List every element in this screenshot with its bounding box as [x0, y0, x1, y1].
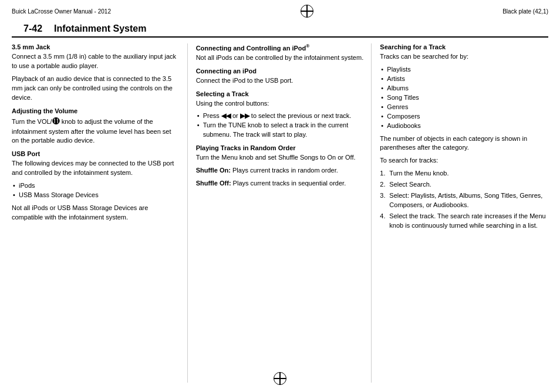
col3-step-3: Select: Playlists, Artists, Albums, Song…: [380, 191, 548, 210]
column-3: Searching for a Track Tracks can be sear…: [372, 43, 548, 383]
col2-bullet-item-2: Turn the TUNE knob to select a track in …: [196, 121, 365, 140]
col1-heading3: USB Port: [12, 150, 180, 157]
col1-para4: The following devices may be connected t…: [12, 159, 180, 178]
col1-heading1: 3.5 mm Jack: [12, 43, 180, 50]
col1-heading2: Adjusting the Volume: [12, 107, 180, 114]
col3-heading1: Searching for a Track: [380, 43, 548, 50]
col3-bullet-item-2: Artists: [380, 75, 548, 84]
col1-para5: Not all iPods or USB Mass Storage Device…: [12, 204, 180, 222]
footer-circle-mark: [274, 372, 286, 385]
page-container: Buick LaCrosse Owner Manual - 2012 Black…: [0, 0, 560, 392]
col1-para2: Playback of an audio device that is conn…: [12, 75, 180, 103]
header-circle-mark: [301, 5, 313, 18]
column-1: 3.5 mm Jack Connect a 3.5 mm (1/8 in) ca…: [12, 43, 188, 383]
col2-heading4: Playing Tracks in Random Order: [196, 144, 365, 151]
col3-bullet-item-3: Albums: [380, 84, 548, 93]
footer-nav: [274, 372, 286, 385]
col2-heading1: Connecting and Controlling an iPod®: [196, 43, 365, 52]
col3-bullet-item-7: Audiobooks: [380, 121, 548, 131]
col1-bullet-item-2: USB Mass Storage Devices: [12, 191, 180, 200]
col3-bullet-item-4: Song Titles: [380, 93, 548, 103]
col3-bullet-item-5: Genres: [380, 103, 548, 112]
col1-bullet-item-1: iPods: [12, 181, 180, 191]
section-title: Infotainment System: [54, 23, 146, 34]
column-2: Connecting and Controlling an iPod® Not …: [188, 43, 372, 383]
col2-bullet-item-1: Press ◀◀ or ▶▶ to select the previous or…: [196, 111, 365, 121]
shuffle-on-text: Plays current tracks in random order.: [231, 167, 338, 174]
col3-bullet-item-6: Composers: [380, 112, 548, 121]
shuffle-on-label: Shuffle On:: [196, 167, 231, 174]
main-content: 3.5 mm Jack Connect a 3.5 mm (1/8 in) ca…: [12, 38, 548, 383]
col1-bullet-list: iPods USB Mass Storage Devices: [12, 181, 180, 200]
col3-para2: The number of objects in each category i…: [380, 134, 548, 153]
col2-para4: Turn the Menu knob and set Shuffle Songs…: [196, 153, 365, 163]
col2-shuffle-on: Shuffle On: Plays current tracks in rand…: [196, 166, 365, 175]
col3-ordered-list: Turn the Menu knob. Select Search. Selec…: [380, 169, 548, 231]
col3-step-4: Select the track. The search rate increa…: [380, 212, 548, 231]
col3-bullet-item-1: Playlists: [380, 65, 548, 75]
col1-para3: Turn the VOL/⓫ knob to adjust the volume…: [12, 116, 180, 146]
section-title-bar: 7-42 Infotainment System: [12, 20, 548, 38]
col2-shuffle-off: Shuffle Off: Plays current tracks in seq…: [196, 179, 365, 188]
header-right-text: Black plate (42,1): [502, 8, 548, 15]
col3-step-2: Select Search.: [380, 180, 548, 190]
header-left-text: Buick LaCrosse Owner Manual - 2012: [12, 8, 111, 15]
col1-para1: Connect a 3.5 mm (1/8 in) cable to the a…: [12, 52, 180, 71]
shuffle-off-label: Shuffle Off:: [196, 180, 231, 187]
page-header: Buick LaCrosse Owner Manual - 2012 Black…: [0, 0, 560, 20]
col2-para2: Connect the iPod to the USB port.: [196, 76, 365, 86]
col3-para3: To search for tracks:: [380, 156, 548, 165]
col2-heading3: Selecting a Track: [196, 90, 365, 97]
col2-para3: Using the control buttons:: [196, 99, 365, 109]
shuffle-off-text: Plays current tracks in sequential order…: [231, 180, 346, 187]
col3-bullet-list: Playlists Artists Albums Song Titles Gen…: [380, 65, 548, 131]
col2-heading2: Connecting an iPod: [196, 67, 365, 75]
section-number: 7-42: [23, 23, 42, 34]
col3-para1: Tracks can be searched for by:: [380, 52, 548, 62]
header-center: [301, 5, 313, 18]
col2-para1: Not all iPods can be controlled by the i…: [196, 53, 365, 63]
col3-step-1: Turn the Menu knob.: [380, 169, 548, 178]
col2-bullet-list: Press ◀◀ or ▶▶ to select the previous or…: [196, 111, 365, 140]
